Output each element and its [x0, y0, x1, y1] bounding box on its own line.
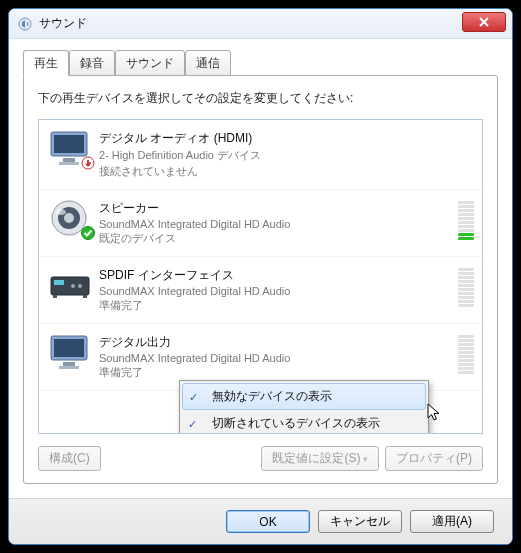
check-icon: ✓: [188, 417, 197, 430]
device-status: 既定のデバイス: [99, 231, 454, 246]
apply-button[interactable]: 適用(A): [410, 510, 494, 533]
svg-point-13: [71, 284, 75, 288]
device-name: スピーカー: [99, 200, 454, 217]
dialog-footer: OK キャンセル 適用(A): [9, 498, 512, 544]
tab-recording[interactable]: 録音: [69, 50, 115, 76]
cursor-icon: [427, 403, 441, 427]
titlebar: サウンド: [9, 9, 512, 39]
level-meter: [458, 200, 474, 240]
device-name: デジタル オーディオ (HDMI): [99, 130, 474, 147]
device-subtitle: SoundMAX Integrated Digital HD Audio: [99, 352, 454, 364]
level-meter: [458, 334, 474, 374]
svg-rect-19: [63, 362, 75, 366]
device-list[interactable]: デジタル オーディオ (HDMI) 2- High Definition Aud…: [38, 119, 483, 434]
tab-strip: 再生 録音 サウンド 通信: [23, 49, 498, 75]
tab-communications[interactable]: 通信: [185, 50, 231, 76]
device-subtitle: SoundMAX Integrated Digital HD Audio: [99, 285, 454, 297]
svg-point-9: [56, 209, 66, 215]
svg-point-8: [64, 213, 74, 223]
svg-point-14: [78, 284, 82, 288]
device-info: スピーカー SoundMAX Integrated Digital HD Aud…: [99, 198, 454, 246]
device-info: デジタル オーディオ (HDMI) 2- High Definition Aud…: [99, 128, 474, 179]
device-name: デジタル出力: [99, 334, 454, 351]
window-title: サウンド: [39, 15, 87, 32]
menu-item-show-disabled[interactable]: ✓ 無効なデバイスの表示: [182, 383, 426, 410]
sound-dialog: サウンド 再生 録音 サウンド 通信 下の再生デバイスを選択してその設定を変更し…: [8, 8, 513, 545]
monitor-icon: [47, 128, 93, 168]
close-icon: [479, 17, 489, 27]
level-meter: [458, 267, 474, 307]
svg-rect-15: [53, 295, 57, 298]
monitor-icon: [47, 332, 93, 372]
check-icon: ✓: [189, 390, 198, 403]
device-name: SPDIF インターフェイス: [99, 267, 454, 284]
svg-rect-12: [54, 280, 64, 285]
device-status: 準備完了: [99, 298, 454, 313]
tab-panel: 下の再生デバイスを選択してその設定を変更してください: デジタル オーディオ (…: [23, 75, 498, 484]
device-info: SPDIF インターフェイス SoundMAX Integrated Digit…: [99, 265, 454, 313]
menu-item-label: 無効なデバイスの表示: [212, 389, 332, 403]
svg-rect-20: [59, 366, 79, 369]
cancel-button[interactable]: キャンセル: [318, 510, 402, 533]
svg-rect-3: [63, 158, 75, 162]
close-button[interactable]: [462, 12, 506, 32]
device-row[interactable]: SPDIF インターフェイス SoundMAX Integrated Digit…: [39, 257, 482, 324]
unplugged-badge-icon: [81, 156, 95, 170]
device-subtitle: 2- High Definition Audio デバイス: [99, 148, 474, 163]
menu-item-show-disconnected[interactable]: ✓ 切断されているデバイスの表示: [182, 410, 426, 434]
sound-icon: [17, 16, 33, 32]
device-row[interactable]: デジタル オーディオ (HDMI) 2- High Definition Aud…: [39, 120, 482, 190]
content-area: 再生 録音 サウンド 通信 下の再生デバイスを選択してその設定を変更してください…: [9, 39, 512, 498]
svg-rect-4: [59, 162, 79, 165]
properties-button[interactable]: プロパティ(P): [385, 446, 483, 471]
svg-rect-16: [83, 295, 87, 298]
tab-playback[interactable]: 再生: [23, 50, 69, 76]
configure-button[interactable]: 構成(C): [38, 446, 101, 471]
device-row[interactable]: スピーカー SoundMAX Integrated Digital HD Aud…: [39, 190, 482, 257]
svg-rect-2: [54, 135, 84, 153]
tab-sounds[interactable]: サウンド: [115, 50, 185, 76]
panel-buttons: 構成(C) 既定値に設定(S) プロパティ(P): [38, 446, 483, 471]
set-default-button[interactable]: 既定値に設定(S): [261, 446, 379, 471]
menu-item-label: 切断されているデバイスの表示: [212, 416, 380, 430]
svg-rect-18: [54, 339, 84, 357]
device-subtitle: SoundMAX Integrated Digital HD Audio: [99, 218, 454, 230]
svg-rect-11: [51, 277, 89, 295]
device-status: 準備完了: [99, 365, 454, 380]
ok-button[interactable]: OK: [226, 510, 310, 533]
receiver-icon: [47, 265, 93, 305]
default-check-icon: [81, 226, 95, 240]
context-menu: ✓ 無効なデバイスの表示 ✓ 切断されているデバイスの表示: [179, 380, 429, 434]
device-info: デジタル出力 SoundMAX Integrated Digital HD Au…: [99, 332, 454, 380]
device-status: 接続されていません: [99, 164, 474, 179]
speaker-icon: [47, 198, 93, 238]
instruction-text: 下の再生デバイスを選択してその設定を変更してください:: [38, 90, 483, 107]
